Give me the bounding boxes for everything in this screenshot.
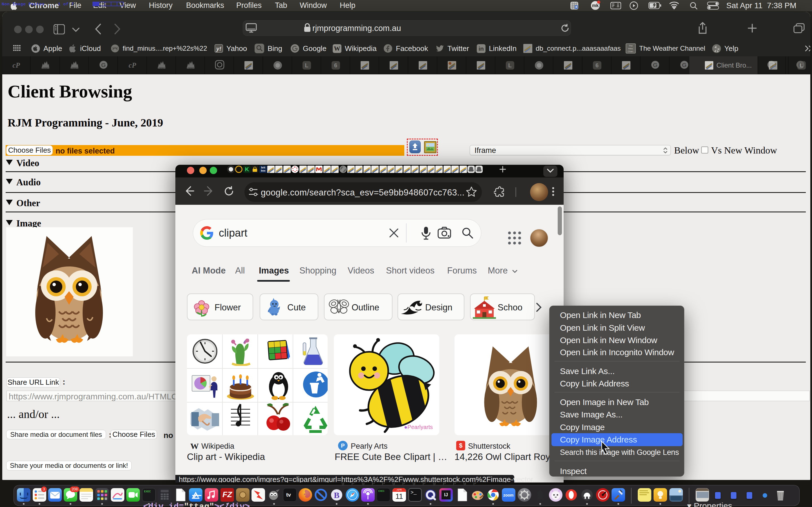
svg-text:●Pearlyarts: ●Pearlyarts — [404, 424, 433, 430]
svg-text:B: B — [334, 490, 340, 500]
